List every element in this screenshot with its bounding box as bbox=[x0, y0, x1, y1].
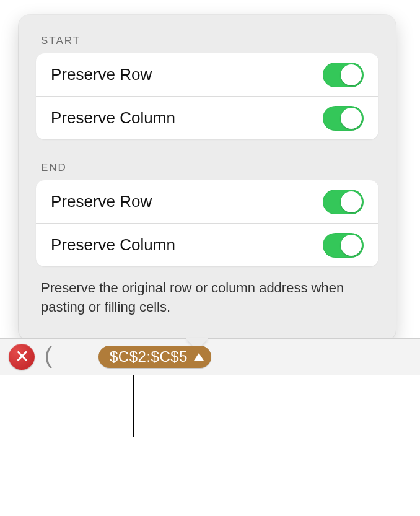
start-preserve-row-toggle[interactable] bbox=[323, 63, 364, 87]
end-preserve-column-row: Preserve Column bbox=[36, 223, 378, 266]
reference-token[interactable]: $C$2:$C$5 bbox=[98, 346, 211, 368]
toggle-knob bbox=[341, 64, 362, 85]
close-button[interactable]: ✕ bbox=[9, 344, 35, 370]
reference-token-text: $C$2:$C$5 bbox=[110, 348, 188, 365]
close-icon: ✕ bbox=[15, 348, 29, 365]
formula-field[interactable]: ( $C$2:$C$5 ) bbox=[45, 344, 411, 369]
chevron-up-icon bbox=[194, 353, 204, 361]
start-preserve-column-row: Preserve Column bbox=[36, 96, 378, 139]
end-preserve-column-label: Preserve Column bbox=[51, 235, 175, 255]
end-preserve-row-toggle[interactable] bbox=[323, 190, 364, 214]
left-paren-icon: ( bbox=[45, 344, 52, 367]
section-label-end: END bbox=[41, 162, 378, 174]
section-label-start: START bbox=[41, 35, 378, 47]
help-text: Preserve the original row or column addr… bbox=[41, 279, 374, 317]
start-group: Preserve Row Preserve Column bbox=[36, 53, 378, 139]
preserve-reference-popover: START Preserve Row Preserve Column END P… bbox=[19, 15, 396, 341]
start-preserve-column-toggle[interactable] bbox=[323, 106, 364, 131]
end-group: Preserve Row Preserve Column bbox=[36, 180, 378, 266]
toggle-knob bbox=[341, 191, 362, 212]
formula-bar: ✕ ( $C$2:$C$5 ) bbox=[0, 338, 420, 375]
end-preserve-column-toggle[interactable] bbox=[323, 233, 364, 258]
start-preserve-row-row: Preserve Row bbox=[36, 53, 378, 96]
start-preserve-row-label: Preserve Row bbox=[51, 65, 152, 84]
callout-line bbox=[133, 375, 134, 437]
end-preserve-row-label: Preserve Row bbox=[51, 192, 152, 211]
toggle-knob bbox=[341, 235, 362, 256]
start-preserve-column-label: Preserve Column bbox=[51, 108, 175, 128]
toggle-knob bbox=[341, 108, 362, 129]
end-preserve-row-row: Preserve Row bbox=[36, 180, 378, 223]
